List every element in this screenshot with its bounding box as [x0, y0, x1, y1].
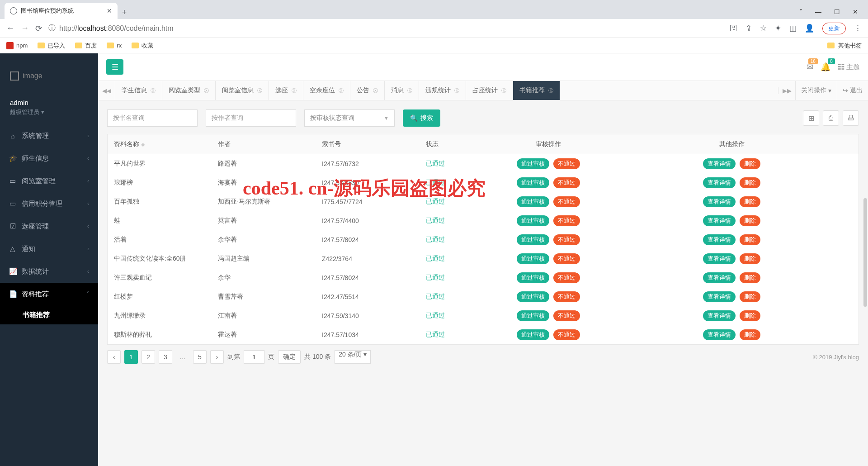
prev-page-button[interactable]: ‹ [107, 350, 121, 364]
key-icon[interactable]: ⚿ [730, 24, 737, 33]
approve-button[interactable]: 通过审核 [517, 158, 549, 169]
bookmark-fav[interactable]: 收藏 [132, 42, 153, 50]
content-tab[interactable]: 违规统计ⓧ [419, 81, 466, 100]
sidebar-item[interactable]: 🎓师生信息‹ [0, 147, 98, 170]
share-icon[interactable]: ⇪ [745, 24, 752, 33]
close-icon[interactable]: ⓧ [204, 87, 209, 94]
delete-button[interactable]: 删除 [740, 158, 760, 169]
profile-icon[interactable]: 👤 [805, 24, 814, 33]
export-icon[interactable]: ⎙ [823, 110, 839, 126]
next-page-button[interactable]: › [210, 350, 224, 364]
content-tab[interactable]: 阅览室类型ⓧ [162, 81, 216, 100]
reject-button[interactable]: 不通过 [553, 234, 580, 245]
close-icon[interactable]: ⓧ [339, 87, 344, 94]
close-ops-button[interactable]: 关闭操作▾ [795, 81, 837, 100]
extension-icon[interactable]: ✦ [775, 24, 781, 33]
columns-icon[interactable]: ⊞ [803, 110, 819, 126]
status-select[interactable]: 按审核状态查询▼ [304, 109, 395, 127]
content-tab[interactable]: 占座统计ⓧ [466, 81, 513, 100]
approve-button[interactable]: 通过审核 [517, 272, 549, 283]
menu-toggle-button[interactable]: ☰ [106, 59, 123, 75]
dropdown-icon[interactable]: ˅ [799, 8, 802, 15]
tab-scroll-left[interactable]: ◀◀ [98, 81, 115, 100]
approve-button[interactable]: 通过审核 [517, 215, 549, 226]
detail-button[interactable]: 查看详情 [703, 177, 736, 188]
page-button[interactable]: 1 [124, 350, 138, 364]
approve-button[interactable]: 通过审核 [517, 196, 549, 207]
approve-button[interactable]: 通过审核 [517, 234, 549, 245]
reject-button[interactable]: 不通过 [553, 272, 580, 283]
maximize-icon[interactable]: ☐ [834, 8, 840, 15]
delete-button[interactable]: 删除 [740, 177, 760, 188]
per-page-select[interactable]: 20 条/页 ▾ [335, 350, 371, 364]
search-name-input[interactable]: 按书名查询 [107, 109, 198, 127]
print-icon[interactable]: 🖶 [843, 110, 859, 126]
bookmark-imported[interactable]: 已导入 [38, 42, 65, 50]
approve-button[interactable]: 通过审核 [517, 310, 549, 321]
sidebar-item[interactable]: ▭阅览室管理‹ [0, 170, 98, 192]
detail-button[interactable]: 查看详情 [703, 253, 736, 264]
star-icon[interactable]: ☆ [760, 24, 767, 33]
panel-icon[interactable]: ◫ [789, 24, 797, 33]
content-tab[interactable]: 书籍推荐ⓧ [513, 81, 560, 100]
delete-button[interactable]: 删除 [740, 272, 760, 283]
content-tab[interactable]: 公告ⓧ [350, 81, 385, 100]
search-button[interactable]: 🔍搜索 [403, 109, 440, 127]
sidebar-subitem[interactable]: 书籍推荐 [0, 305, 98, 324]
approve-button[interactable]: 通过审核 [517, 253, 549, 264]
close-icon[interactable]: ⓧ [501, 87, 506, 94]
page-input[interactable] [244, 350, 264, 364]
close-icon[interactable]: ⓧ [407, 87, 412, 94]
back-icon[interactable]: ← [6, 24, 14, 33]
minimize-icon[interactable]: — [815, 8, 821, 15]
url-field[interactable]: ⓘ http://localhost:8080/code/main.htm [48, 24, 723, 33]
update-button[interactable]: 更新 [822, 23, 846, 34]
content-tab[interactable]: 空余座位ⓧ [303, 81, 350, 100]
detail-button[interactable]: 查看详情 [703, 291, 736, 302]
content-tab[interactable]: 学生信息ⓧ [115, 81, 162, 100]
page-button[interactable]: … [176, 350, 189, 364]
bookmark-rx[interactable]: rx [107, 42, 122, 49]
close-icon[interactable]: ⓧ [548, 87, 553, 94]
reload-icon[interactable]: ⟳ [35, 24, 42, 33]
reject-button[interactable]: 不通过 [553, 158, 580, 169]
detail-button[interactable]: 查看详情 [703, 158, 736, 169]
delete-button[interactable]: 删除 [740, 291, 760, 302]
goto-confirm-button[interactable]: 确定 [278, 350, 301, 364]
content-tab[interactable]: 选座ⓧ [269, 81, 303, 100]
reject-button[interactable]: 不通过 [553, 196, 580, 207]
close-window-icon[interactable]: ✕ [853, 8, 858, 15]
close-icon[interactable]: ⓧ [151, 87, 156, 94]
close-tab-icon[interactable]: ✕ [107, 7, 112, 14]
sidebar-item[interactable]: 📈数据统计‹ [0, 260, 98, 283]
sidebar-item[interactable]: ☑选座管理‹ [0, 215, 98, 238]
reject-button[interactable]: 不通过 [553, 177, 580, 188]
delete-button[interactable]: 删除 [740, 234, 760, 245]
mail-icon[interactable]: ✉16 [807, 62, 813, 72]
close-icon[interactable]: ⓧ [292, 87, 297, 94]
close-icon[interactable]: ⓧ [454, 87, 459, 94]
search-author-input[interactable]: 按作者查询 [206, 109, 296, 127]
reject-button[interactable]: 不通过 [553, 215, 580, 226]
content-tab[interactable]: 阅览室信息ⓧ [216, 81, 269, 100]
detail-button[interactable]: 查看详情 [703, 196, 736, 207]
bookmark-baidu[interactable]: 百度 [75, 42, 97, 50]
tab-scroll-right[interactable]: ▶▶ [778, 87, 795, 94]
reject-button[interactable]: 不通过 [553, 253, 580, 264]
page-button[interactable]: 5 [193, 350, 207, 364]
sidebar-item[interactable]: 📄资料推荐˅ [0, 283, 98, 305]
sidebar-item[interactable]: ⌂系统管理‹ [0, 124, 98, 147]
content-tab[interactable]: 消息ⓧ [385, 81, 419, 100]
page-button[interactable]: 3 [159, 350, 172, 364]
delete-button[interactable]: 删除 [740, 329, 760, 340]
detail-button[interactable]: 查看详情 [703, 310, 736, 321]
sidebar-item[interactable]: ▭信用积分管理‹ [0, 192, 98, 215]
approve-button[interactable]: 通过审核 [517, 329, 549, 340]
approve-button[interactable]: 通过审核 [517, 177, 549, 188]
more-icon[interactable]: ⋮ [854, 24, 862, 33]
scrollbar[interactable] [863, 198, 867, 307]
delete-button[interactable]: 删除 [740, 310, 760, 321]
close-icon[interactable]: ⓧ [373, 87, 378, 94]
approve-button[interactable]: 通过审核 [517, 291, 549, 302]
detail-button[interactable]: 查看详情 [703, 329, 736, 340]
